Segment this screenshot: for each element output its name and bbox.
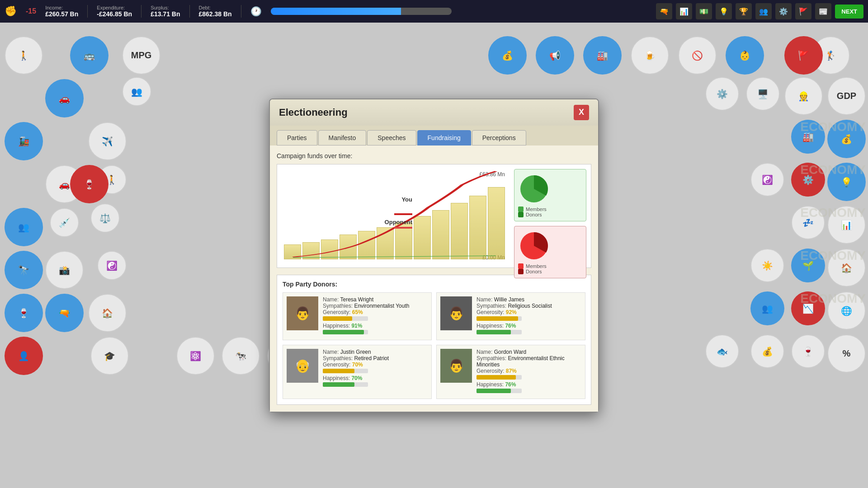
donor-generosity-bar-2 [323,369,368,373]
donor-portrait-2: 👴 [287,349,318,383]
opponent-pie-chart [518,230,550,262]
opp-members-item: Members [518,263,582,269]
you-bar-indicator [394,205,412,215]
close-button[interactable]: X [574,105,589,120]
chart-section-title: Campaign funds over time: [277,152,591,160]
tab-perceptions[interactable]: Perceptions [472,130,526,145]
debt-value: £862.38 Bn [199,10,232,18]
you-label: You [401,196,412,203]
donors-grid: 👨 Name: Teresa Wright Sympathies: Enviro… [283,292,585,399]
opp-donors-dot [518,269,524,274]
donor-name-label-1: Name: Willie James [476,296,581,303]
opponent-label: Opponent [385,219,412,225]
opp-members-label: Members [526,263,547,269]
donor-portrait-1: 👨 [440,296,472,330]
trophy-icon[interactable]: 🏆 [736,3,752,19]
surplus-stat: Surplus: £13.71 Bn [151,5,189,18]
income-stat: Income: £260.57 Bn [45,5,88,18]
opp-members-dot [518,263,524,269]
opp-donors-label: Donors [526,269,542,274]
donor-info-1: Name: Willie James Sympathies: Religious… [476,296,581,336]
donor-portrait-0: 👨 [287,296,318,330]
donor-generosity-2: Generosity: 70% [323,361,428,368]
donor-happiness-bar-1 [476,330,522,334]
you-legend-group: Members Donors [514,169,586,221]
donor-info-0: Name: Teresa Wright Sympathies: Environm… [323,296,428,336]
news-icon[interactable]: 📰 [815,3,831,19]
donor-happiness-2: Happiness: 70% [323,375,428,381]
donors-title: Top Party Donors: [283,281,585,288]
you-members-item: Members [518,206,582,212]
donor-happiness-bar-2 [323,382,368,387]
donor-name-label-3: Name: Gordon Ward [476,349,581,355]
topbar-icons: 🔫 📊 💵 💡 🏆 👥 ⚙️ 🚩 📰 NEXT [656,3,863,19]
modal-content: Campaign funds over time: £63.86 Mn £0.0… [270,145,598,412]
chart-area: £63.86 Mn £0.00 Mn You [282,169,507,263]
donors-section: Top Party Donors: 👨 Name: Teresa Wright … [277,275,591,405]
dollar-icon[interactable]: 💵 [696,3,712,19]
income-label: Income: [45,5,78,10]
expenditure-label: Expenditure: [97,5,132,10]
donor-generosity-bar-1 [476,316,522,321]
donor-portrait-3: 👨 [440,349,472,383]
opponent-legend-group: Members Donors [514,226,586,278]
expenditure-stat: Expenditure: -£246.85 Bn [97,5,142,18]
you-pie-chart [518,173,550,205]
you-members-label: Members [526,206,547,212]
donor-card: 👨 Name: Gordon Ward Sympathies: Environm… [436,345,585,399]
tabs-container: Parties Manifesto Speeches Fundraising P… [270,126,598,145]
surplus-label: Surplus: [151,5,180,10]
donor-sympathies-label-1: Sympathies: Religious Socialist [476,303,581,309]
donor-happiness-bar-0 [323,330,368,334]
donor-name-label-0: Name: Teresa Wright [323,296,428,303]
opponent-bar-indicator [394,227,412,229]
donor-happiness-0: Happiness: 91% [323,323,428,329]
tab-manifesto[interactable]: Manifesto [318,130,367,145]
opp-donors-item: Donors [518,269,582,274]
tab-speeches[interactable]: Speeches [367,130,416,145]
income-value: £260.57 Bn [45,10,78,18]
surplus-value: £13.71 Bn [151,10,180,18]
donor-info-2: Name: Justin Green Sympathies: Retired P… [323,349,428,395]
donor-happiness-3: Happiness: 76% [476,381,581,388]
you-donors-label: Donors [526,212,542,217]
debt-label: Debt: [199,5,232,10]
approval-icon: ✊ [5,5,17,17]
flag-icon[interactable]: 🚩 [795,3,811,19]
gun-icon[interactable]: 🔫 [656,3,672,19]
donor-generosity-3: Generosity: 87% [476,368,581,374]
modal-header: Electioneering X [270,99,598,126]
donor-generosity-1: Generosity: 92% [476,309,581,315]
modal-overlay: Electioneering X Parties Manifesto Speec… [0,23,868,488]
people-icon[interactable]: 👥 [755,3,772,19]
donor-happiness-1: Happiness: 76% [476,323,581,329]
donor-happiness-bar-3 [476,389,522,393]
topbar: ✊ -15 Income: £260.57 Bn Expenditure: -£… [0,0,868,23]
next-button[interactable]: NEXT [835,5,863,19]
approval-bar [271,8,452,15]
donor-card: 👨 Name: Willie James Sympathies: Religio… [436,292,585,340]
donor-card: 👨 Name: Teresa Wright Sympathies: Enviro… [283,292,432,340]
bulb-icon[interactable]: 💡 [716,3,732,19]
settings-icon[interactable]: ⚙️ [775,3,792,19]
modal-title: Electioneering [279,107,348,118]
donor-generosity-bar-3 [476,375,522,380]
tab-parties[interactable]: Parties [277,130,317,145]
chart-container: £63.86 Mn £0.00 Mn You [277,164,591,268]
clock-icon: 🕐 [250,6,262,17]
tab-fundraising[interactable]: Fundraising [417,130,471,145]
donor-generosity-bar-0 [323,316,368,321]
you-donors-item: Donors [518,212,582,217]
donor-generosity-0: Generosity: 65% [323,309,428,315]
donor-info-3: Name: Gordon Ward Sympathies: Environmen… [476,349,581,395]
expenditure-value: -£246.85 Bn [97,10,132,18]
you-members-dot [518,206,524,212]
donor-sympathies-label-3: Sympathies: Environmentalist Ethnic Mino… [476,355,581,368]
chart-icon[interactable]: 📊 [676,3,692,19]
modal: Electioneering X Parties Manifesto Speec… [269,99,599,413]
approval-value: -15 [26,7,36,15]
you-donors-dot [518,212,524,217]
donor-card: 👴 Name: Justin Green Sympathies: Retired… [283,345,432,399]
donor-sympathies-label-2: Sympathies: Retired Patriot [323,355,428,361]
chart-legend: Members Donors [514,169,586,263]
